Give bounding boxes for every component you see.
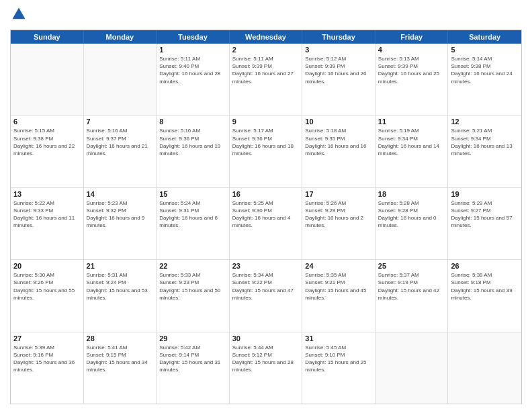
cell-info: Sunrise: 5:22 AMSunset: 9:33 PMDaylight:… <box>13 199 81 230</box>
weekday-header: Wednesday <box>230 30 303 44</box>
calendar-cell: 26Sunrise: 5:38 AMSunset: 9:18 PMDayligh… <box>448 260 521 331</box>
day-number: 28 <box>87 334 154 342</box>
day-number: 1 <box>159 46 226 54</box>
cell-info: Sunrise: 5:23 AMSunset: 9:32 PMDaylight:… <box>87 199 154 230</box>
calendar-row: 13Sunrise: 5:22 AMSunset: 9:33 PMDayligh… <box>11 188 521 260</box>
calendar-cell: 22Sunrise: 5:33 AMSunset: 9:23 PMDayligh… <box>157 260 230 331</box>
calendar-cell: 10Sunrise: 5:18 AMSunset: 9:35 PMDayligh… <box>302 116 375 187</box>
day-number: 31 <box>305 334 372 342</box>
cell-info: Sunrise: 5:26 AMSunset: 9:29 PMDaylight:… <box>305 199 372 230</box>
weekday-header: Saturday <box>448 30 521 44</box>
cell-info: Sunrise: 5:11 AMSunset: 9:39 PMDaylight:… <box>232 55 300 85</box>
cell-info: Sunrise: 5:29 AMSunset: 9:27 PMDaylight:… <box>451 199 519 230</box>
weekday-header: Tuesday <box>157 30 230 44</box>
cell-info: Sunrise: 5:17 AMSunset: 9:36 PMDaylight:… <box>232 127 300 157</box>
cell-info: Sunrise: 5:41 AMSunset: 9:15 PMDaylight:… <box>87 344 154 374</box>
calendar-cell: 5Sunrise: 5:14 AMSunset: 9:38 PMDaylight… <box>448 44 521 115</box>
day-number: 30 <box>232 334 300 342</box>
calendar-cell: 15Sunrise: 5:24 AMSunset: 9:31 PMDayligh… <box>157 188 230 259</box>
day-number: 13 <box>13 190 81 198</box>
day-number: 9 <box>232 118 300 126</box>
day-number: 22 <box>159 262 226 270</box>
day-number: 8 <box>159 118 226 126</box>
cell-info: Sunrise: 5:42 AMSunset: 9:14 PMDaylight:… <box>159 344 226 374</box>
calendar-cell: 31Sunrise: 5:45 AMSunset: 9:10 PMDayligh… <box>302 332 375 404</box>
calendar-cell <box>11 44 84 115</box>
cell-info: Sunrise: 5:37 AMSunset: 9:19 PMDaylight:… <box>378 271 445 302</box>
header <box>10 7 522 24</box>
cell-info: Sunrise: 5:16 AMSunset: 9:36 PMDaylight:… <box>159 127 226 157</box>
cell-info: Sunrise: 5:12 AMSunset: 9:39 PMDaylight:… <box>305 55 372 85</box>
day-number: 29 <box>159 334 226 342</box>
cell-info: Sunrise: 5:25 AMSunset: 9:30 PMDaylight:… <box>232 199 300 230</box>
cell-info: Sunrise: 5:21 AMSunset: 9:34 PMDaylight:… <box>451 127 519 157</box>
weekday-header: Monday <box>84 30 157 44</box>
cell-info: Sunrise: 5:28 AMSunset: 9:28 PMDaylight:… <box>378 199 445 230</box>
cell-info: Sunrise: 5:31 AMSunset: 9:24 PMDaylight:… <box>87 271 154 302</box>
calendar-row: 1Sunrise: 5:11 AMSunset: 9:40 PMDaylight… <box>11 44 521 116</box>
cell-info: Sunrise: 5:19 AMSunset: 9:34 PMDaylight:… <box>378 127 445 157</box>
cell-info: Sunrise: 5:44 AMSunset: 9:12 PMDaylight:… <box>232 344 300 374</box>
calendar-cell: 27Sunrise: 5:39 AMSunset: 9:16 PMDayligh… <box>11 332 84 404</box>
day-number: 5 <box>451 46 519 54</box>
calendar-cell: 29Sunrise: 5:42 AMSunset: 9:14 PMDayligh… <box>157 332 230 404</box>
cell-info: Sunrise: 5:35 AMSunset: 9:21 PMDaylight:… <box>305 271 372 302</box>
calendar-cell: 21Sunrise: 5:31 AMSunset: 9:24 PMDayligh… <box>84 260 157 331</box>
cell-info: Sunrise: 5:34 AMSunset: 9:22 PMDaylight:… <box>232 271 300 302</box>
day-number: 2 <box>232 46 300 54</box>
calendar-cell: 1Sunrise: 5:11 AMSunset: 9:40 PMDaylight… <box>157 44 230 115</box>
day-number: 18 <box>378 190 445 198</box>
calendar-cell: 7Sunrise: 5:16 AMSunset: 9:37 PMDaylight… <box>84 116 157 187</box>
cell-info: Sunrise: 5:18 AMSunset: 9:35 PMDaylight:… <box>305 127 372 157</box>
logo <box>10 7 29 24</box>
cell-info: Sunrise: 5:38 AMSunset: 9:18 PMDaylight:… <box>451 271 519 302</box>
calendar-cell: 19Sunrise: 5:29 AMSunset: 9:27 PMDayligh… <box>448 188 521 259</box>
calendar-cell: 30Sunrise: 5:44 AMSunset: 9:12 PMDayligh… <box>230 332 303 404</box>
day-number: 25 <box>378 262 445 270</box>
cell-info: Sunrise: 5:13 AMSunset: 9:39 PMDaylight:… <box>378 55 445 85</box>
day-number: 17 <box>305 190 372 198</box>
calendar-cell <box>375 332 449 404</box>
page: SundayMondayTuesdayWednesdayThursdayFrid… <box>0 0 532 411</box>
day-number: 15 <box>159 190 226 198</box>
calendar-cell: 23Sunrise: 5:34 AMSunset: 9:22 PMDayligh… <box>230 260 303 331</box>
calendar-cell: 9Sunrise: 5:17 AMSunset: 9:36 PMDaylight… <box>230 116 303 187</box>
day-number: 11 <box>378 118 445 126</box>
day-number: 24 <box>305 262 372 270</box>
calendar-cell: 8Sunrise: 5:16 AMSunset: 9:36 PMDaylight… <box>157 116 230 187</box>
day-number: 3 <box>305 46 372 54</box>
calendar-cell: 25Sunrise: 5:37 AMSunset: 9:19 PMDayligh… <box>375 260 449 331</box>
calendar-body: 1Sunrise: 5:11 AMSunset: 9:40 PMDaylight… <box>11 44 521 404</box>
day-number: 27 <box>13 334 81 342</box>
calendar-cell <box>448 332 521 404</box>
calendar-cell <box>84 44 157 115</box>
day-number: 4 <box>378 46 445 54</box>
calendar-cell: 11Sunrise: 5:19 AMSunset: 9:34 PMDayligh… <box>375 116 449 187</box>
day-number: 14 <box>87 190 154 198</box>
calendar-cell: 28Sunrise: 5:41 AMSunset: 9:15 PMDayligh… <box>84 332 157 404</box>
calendar-cell: 13Sunrise: 5:22 AMSunset: 9:33 PMDayligh… <box>11 188 84 259</box>
calendar-cell: 24Sunrise: 5:35 AMSunset: 9:21 PMDayligh… <box>302 260 375 331</box>
weekday-header: Friday <box>375 30 449 44</box>
cell-info: Sunrise: 5:33 AMSunset: 9:23 PMDaylight:… <box>159 271 226 302</box>
calendar: SundayMondayTuesdayWednesdayThursdayFrid… <box>10 30 522 404</box>
calendar-row: 27Sunrise: 5:39 AMSunset: 9:16 PMDayligh… <box>11 332 521 404</box>
calendar-cell: 20Sunrise: 5:30 AMSunset: 9:26 PMDayligh… <box>11 260 84 331</box>
calendar-cell: 12Sunrise: 5:21 AMSunset: 9:34 PMDayligh… <box>448 116 521 187</box>
cell-info: Sunrise: 5:24 AMSunset: 9:31 PMDaylight:… <box>159 199 226 230</box>
day-number: 20 <box>13 262 81 270</box>
calendar-cell: 18Sunrise: 5:28 AMSunset: 9:28 PMDayligh… <box>375 188 449 259</box>
calendar-cell: 6Sunrise: 5:15 AMSunset: 9:38 PMDaylight… <box>11 116 84 187</box>
cell-info: Sunrise: 5:39 AMSunset: 9:16 PMDaylight:… <box>13 344 81 374</box>
cell-info: Sunrise: 5:11 AMSunset: 9:40 PMDaylight:… <box>159 55 226 85</box>
weekday-header: Thursday <box>302 30 375 44</box>
day-number: 7 <box>87 118 154 126</box>
day-number: 26 <box>451 262 519 270</box>
day-number: 10 <box>305 118 372 126</box>
calendar-cell: 2Sunrise: 5:11 AMSunset: 9:39 PMDaylight… <box>230 44 303 115</box>
calendar-cell: 4Sunrise: 5:13 AMSunset: 9:39 PMDaylight… <box>375 44 449 115</box>
cell-info: Sunrise: 5:30 AMSunset: 9:26 PMDaylight:… <box>13 271 81 302</box>
cell-info: Sunrise: 5:16 AMSunset: 9:37 PMDaylight:… <box>87 127 154 157</box>
day-number: 16 <box>232 190 300 198</box>
calendar-row: 20Sunrise: 5:30 AMSunset: 9:26 PMDayligh… <box>11 260 521 332</box>
